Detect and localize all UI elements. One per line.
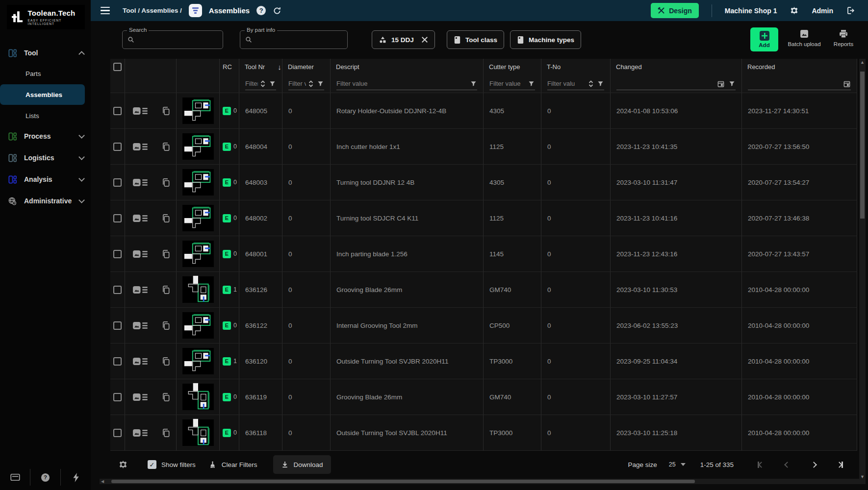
column-header-descript[interactable]: Descript bbox=[331, 59, 484, 75]
column-header-t-no[interactable]: T-No bbox=[541, 59, 611, 75]
row-checkbox[interactable] bbox=[113, 107, 122, 115]
number-stepper-icon[interactable] bbox=[260, 80, 265, 88]
table-row[interactable]: E1 636126 0 Grooving Blade 26mm GM740 0 … bbox=[110, 272, 857, 308]
number-stepper-icon[interactable] bbox=[588, 80, 593, 88]
table-row[interactable]: E0 648004 0 Inch cutter holder 1x1 1125 … bbox=[110, 129, 857, 165]
copy-icon[interactable] bbox=[161, 427, 170, 439]
row-checkbox[interactable] bbox=[113, 143, 122, 151]
table-row[interactable]: E0 636122 0 Internal Grooving Tool 2mm C… bbox=[110, 308, 857, 343]
previous-page-button[interactable] bbox=[783, 460, 791, 469]
design-button[interactable]: Design bbox=[651, 3, 699, 18]
filter-input-changed[interactable] bbox=[616, 78, 736, 90]
copy-icon[interactable] bbox=[161, 141, 170, 152]
shortcuts-button[interactable] bbox=[60, 469, 91, 486]
table-row[interactable]: E0 648003 0 Turning tool DDJNR 12 4B 430… bbox=[110, 165, 857, 200]
vertical-scrollbar[interactable]: ▲ ▼ bbox=[859, 59, 866, 480]
table-row[interactable]: E1 636120 0 Outside Turning Tool SVJBR 2… bbox=[110, 343, 857, 379]
funnel-icon[interactable] bbox=[528, 80, 535, 87]
scrollbar-thumb[interactable] bbox=[860, 72, 865, 219]
app-logo[interactable]: Toolean.Tech EASY EFFICIENT INTELLIGENT bbox=[7, 5, 85, 29]
filter-input-cutter-type[interactable]: Filter value bbox=[489, 78, 535, 90]
funnel-icon[interactable] bbox=[317, 80, 324, 87]
tool-thumbnail[interactable] bbox=[182, 133, 214, 160]
refresh-icon[interactable] bbox=[273, 6, 281, 15]
select-all-checkbox[interactable] bbox=[113, 63, 122, 71]
tool-thumbnail[interactable] bbox=[182, 384, 214, 410]
filter-chip-15-ddj[interactable]: 15 DDJ bbox=[372, 30, 435, 49]
scroll-left-arrow[interactable]: ◀ bbox=[101, 479, 104, 484]
table-row[interactable]: E0 636118 0 Outside Turning Tool SVJBL 2… bbox=[110, 415, 857, 451]
tool-thumbnail[interactable] bbox=[182, 98, 214, 124]
download-button[interactable]: Download bbox=[273, 455, 331, 474]
filter-input-recorded[interactable] bbox=[748, 78, 851, 90]
image-details-icon[interactable] bbox=[133, 213, 148, 223]
reports-button[interactable]: Reports bbox=[829, 29, 858, 47]
search-input[interactable] bbox=[138, 36, 218, 44]
sidebar-item-administrative[interactable]: Administrative bbox=[0, 190, 91, 212]
gear-icon[interactable] bbox=[790, 6, 799, 15]
column-header-changed[interactable]: Changed bbox=[611, 59, 742, 75]
calendar-icon[interactable] bbox=[843, 80, 851, 88]
table-row[interactable]: E0 636119 0 Grooving Blade 26mm GM740 0 … bbox=[110, 379, 857, 415]
table-settings-gear-icon[interactable] bbox=[118, 460, 128, 469]
copy-icon[interactable] bbox=[161, 213, 170, 224]
row-checkbox[interactable] bbox=[113, 286, 122, 294]
sort-desc-icon[interactable]: ↓ bbox=[278, 63, 281, 71]
column-header-recorded[interactable]: Recorded bbox=[742, 59, 857, 75]
image-details-icon[interactable] bbox=[133, 428, 148, 438]
sidebar-item-tool[interactable]: Tool bbox=[0, 42, 91, 64]
row-checkbox[interactable] bbox=[113, 178, 122, 187]
table-row[interactable]: E0 648005 0 Rotary Holder-Outside DDJNR-… bbox=[110, 93, 857, 129]
tool-thumbnail[interactable] bbox=[182, 169, 214, 196]
image-details-icon[interactable] bbox=[133, 249, 148, 259]
sidebar-item-logistics[interactable]: Logistics bbox=[0, 147, 91, 169]
first-page-button[interactable] bbox=[756, 460, 765, 469]
image-details-icon[interactable] bbox=[133, 320, 148, 331]
scrollbar-thumb[interactable] bbox=[111, 480, 695, 483]
copy-icon[interactable] bbox=[161, 320, 170, 331]
last-page-button[interactable] bbox=[836, 460, 844, 469]
tool-class-button[interactable]: Tool class bbox=[447, 30, 504, 49]
tool-thumbnail[interactable] bbox=[182, 348, 214, 374]
horizontal-scrollbar[interactable]: ◀ bbox=[100, 479, 866, 484]
tool-thumbnail[interactable] bbox=[182, 312, 214, 339]
tool-thumbnail[interactable] bbox=[182, 205, 214, 231]
close-icon[interactable] bbox=[421, 36, 428, 43]
row-checkbox[interactable] bbox=[113, 214, 122, 222]
batch-upload-button[interactable]: Batch upload bbox=[783, 29, 825, 47]
filter-input-diameter[interactable]: Filter v bbox=[288, 78, 324, 90]
keyboard-button[interactable] bbox=[0, 473, 30, 481]
filter-list-icon[interactable] bbox=[189, 4, 202, 17]
machine-selector[interactable]: Machine Shop 1 bbox=[725, 7, 777, 15]
clear-filters-button[interactable]: Clear Filters bbox=[208, 461, 257, 469]
column-header-tool-nr[interactable]: Tool Nr↓ bbox=[239, 59, 282, 75]
filter-input-t-no[interactable]: Filter valu bbox=[547, 78, 604, 90]
page-size-select[interactable]: 25 bbox=[669, 461, 686, 468]
filter-input-descript[interactable]: Filter value bbox=[336, 78, 477, 90]
row-checkbox[interactable] bbox=[113, 250, 122, 258]
next-page-button[interactable] bbox=[809, 460, 818, 469]
tool-thumbnail[interactable] bbox=[182, 419, 214, 446]
row-checkbox[interactable] bbox=[113, 357, 122, 366]
sidebar-item-process[interactable]: Process bbox=[0, 125, 91, 147]
row-checkbox[interactable] bbox=[113, 393, 122, 401]
row-checkbox[interactable] bbox=[113, 429, 122, 437]
sidebar-item-parts[interactable]: Parts bbox=[0, 64, 91, 83]
column-header-rc[interactable]: RC bbox=[220, 59, 239, 75]
add-button[interactable]: Add bbox=[750, 27, 778, 51]
by-part-info-input[interactable] bbox=[256, 36, 342, 44]
machine-types-button[interactable]: Machine types bbox=[510, 30, 581, 49]
column-header-cutter-type[interactable]: Cutter type bbox=[484, 59, 541, 75]
show-filters-toggle[interactable]: ✓ Show filters bbox=[148, 460, 196, 469]
tool-thumbnail[interactable] bbox=[182, 241, 214, 267]
sidebar-item-analysis[interactable]: Analysis bbox=[0, 169, 91, 190]
copy-icon[interactable] bbox=[161, 248, 170, 260]
filter-input-tool-nr[interactable]: Filter bbox=[245, 78, 276, 90]
funnel-icon[interactable] bbox=[269, 80, 276, 87]
table-row[interactable]: E0 648002 0 Turning tool SDJCR C4 K11 11… bbox=[110, 200, 857, 236]
copy-icon[interactable] bbox=[161, 177, 170, 188]
sidebar-item-assemblies[interactable]: Assemblies bbox=[0, 84, 85, 105]
copy-icon[interactable] bbox=[161, 105, 170, 117]
sidebar-item-lists[interactable]: Lists bbox=[0, 106, 91, 125]
user-menu[interactable]: Admin bbox=[812, 7, 833, 15]
